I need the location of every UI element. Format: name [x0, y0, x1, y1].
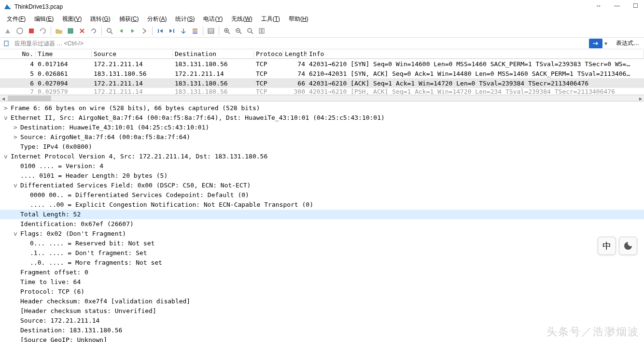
chevron-right-icon[interactable]: > [14, 132, 20, 142]
options-icon[interactable] [38, 26, 48, 36]
col-header-length[interactable]: Length [283, 50, 307, 57]
autoscroll-icon[interactable] [178, 26, 189, 36]
menu-g[interactable]: 跳转(G) [86, 14, 114, 24]
zoom-reset-icon[interactable] [245, 26, 255, 36]
zoom-out-icon[interactable] [233, 26, 244, 36]
svg-rect-15 [4, 41, 8, 46]
expression-button[interactable]: 表达式… [613, 39, 642, 47]
tree-node[interactable]: .... 0101 = Header Length: 20 bytes (5) [0, 171, 644, 181]
chevron-down-icon[interactable]: v [14, 229, 20, 239]
menu-f[interactable]: 文件(F) [3, 14, 29, 24]
col-header-source[interactable]: Source [92, 50, 173, 57]
packet-list-hscrollbar[interactable]: ◂ ▸ [0, 95, 644, 101]
chevron-down-icon[interactable]: v [4, 113, 11, 123]
svg-rect-4 [158, 29, 159, 33]
tree-node[interactable]: Header checksum: 0xe7f4 [validation disa… [0, 297, 644, 306]
tree-node[interactable]: Destination: 183.131.180.56 [0, 326, 644, 335]
chevron-down-icon[interactable]: v [4, 152, 11, 161]
col-header-no[interactable]: No. [0, 50, 36, 57]
columns-icon[interactable] [206, 26, 216, 36]
ime-toggle-button[interactable]: 中 [598, 237, 616, 255]
theme-toggle-button[interactable] [619, 237, 637, 255]
open-icon[interactable] [54, 26, 64, 36]
tree-node[interactable]: Source: 172.21.211.14 [0, 316, 644, 326]
tree-node[interactable]: Total Length: 52 [0, 210, 644, 219]
menu-t[interactable]: 工具(T) [257, 14, 284, 24]
minimize-icon[interactable]: — [612, 2, 622, 10]
svg-rect-1 [29, 28, 34, 33]
menu-e[interactable]: 编辑(E) [30, 14, 57, 24]
last-icon[interactable] [167, 26, 177, 36]
table-row[interactable]: 50.026861183.131.180.56172.21.211.14TCP7… [0, 69, 644, 78]
tree-node[interactable]: >Destination: HuaweiTe_43:10:01 (04:25:c… [0, 123, 644, 132]
bookmark-icon[interactable] [2, 39, 11, 48]
scroll-right-icon[interactable]: ▸ [637, 95, 644, 102]
zoom-in-icon[interactable] [222, 26, 232, 36]
find-icon[interactable] [104, 26, 115, 36]
maximize-icon[interactable]: ☐ [630, 2, 640, 10]
filter-dropdown-icon[interactable]: ▾ [604, 40, 611, 47]
col-header-protocol[interactable]: Protocol [254, 50, 283, 57]
tree-node[interactable]: 0000 00.. = Differentiated Services Code… [0, 190, 644, 200]
tree-label: [Header checksum status: Unverified] [20, 307, 156, 314]
display-filter-input[interactable] [13, 39, 587, 48]
svg-point-12 [248, 28, 252, 32]
menu-a[interactable]: 分析(A) [143, 14, 170, 24]
tree-label: Destination: 183.131.180.56 [20, 327, 122, 334]
reload-icon[interactable] [88, 26, 99, 36]
menu-v[interactable]: 视图(V) [58, 14, 85, 24]
tree-node[interactable]: 0... .... = Reserved bit: Not set [0, 239, 644, 248]
tree-node[interactable]: Identification: 0x67ef (26607) [0, 219, 644, 229]
apply-filter-button[interactable] [589, 39, 602, 48]
tree-node[interactable]: Time to live: 64 [0, 277, 644, 287]
resize-columns-icon[interactable] [256, 26, 267, 36]
prev-icon[interactable] [116, 26, 126, 36]
col-header-time[interactable]: Time [36, 50, 92, 57]
resize-icon[interactable]: ↔ [594, 2, 603, 10]
tree-node[interactable]: vInternet Protocol Version 4, Src: 172.2… [0, 152, 644, 161]
col-header-info[interactable]: Info [307, 50, 644, 57]
table-row[interactable]: 70.029579172.21.211.14183.131.180.56TCP3… [0, 88, 644, 95]
tree-node[interactable]: vDifferentiated Services Field: 0x00 (DS… [0, 181, 644, 190]
save-icon[interactable] [65, 26, 76, 36]
tree-node[interactable]: Type: IPv4 (0x0800) [0, 142, 644, 152]
tree-node[interactable]: vFlags: 0x02 (Don't Fragment) [0, 229, 644, 239]
table-row[interactable]: 40.017164172.21.211.14183.131.180.56TCP7… [0, 59, 644, 69]
tree-node[interactable]: .1.. .... = Don't fragment: Set [0, 248, 644, 258]
next-icon[interactable] [127, 26, 138, 36]
tree-node[interactable]: [Source GeoIP: Unknown] [0, 335, 644, 342]
tree-label: Source: AirgoNet_8a:7f:64 (00:0a:f5:8a:7… [20, 133, 190, 141]
shark-icon[interactable] [3, 26, 14, 36]
tree-node[interactable]: 0100 .... = Version: 4 [0, 161, 644, 171]
menu-c[interactable]: 捕获(C) [115, 14, 143, 24]
tree-node[interactable]: vEthernet II, Src: AirgoNet_8a:7f:64 (00… [0, 113, 644, 123]
tree-node[interactable]: Protocol: TCP (6) [0, 287, 644, 297]
scroll-left-icon[interactable]: ◂ [0, 95, 7, 102]
menu-s[interactable]: 统计(S) [171, 14, 198, 24]
tree-node[interactable]: ..0. .... = More fragments: Not set [0, 258, 644, 268]
stop-capture-icon[interactable] [14, 26, 25, 36]
packet-details: >Frame 6: 66 bytes on wire (528 bits), 6… [0, 101, 644, 342]
chevron-down-icon[interactable]: v [14, 181, 20, 190]
chevron-right-icon[interactable]: > [4, 103, 11, 113]
restart-capture-icon[interactable] [26, 26, 37, 36]
tree-node[interactable]: >Frame 6: 66 bytes on wire (528 bits), 6… [0, 103, 644, 113]
menu-h[interactable]: 帮助(H) [285, 14, 312, 24]
scroll-thumb[interactable] [8, 96, 51, 101]
tree-node[interactable]: [Header checksum status: Unverified] [0, 306, 644, 316]
tree-node[interactable]: >Source: AirgoNet_8a:7f:64 (00:0a:f5:8a:… [0, 132, 644, 142]
table-row[interactable]: 60.027094172.21.211.14183.131.180.56TCP6… [0, 78, 644, 88]
menu-y[interactable]: 电话(Y) [199, 14, 226, 24]
colorize-icon[interactable] [190, 26, 200, 36]
tree-label: Total Length: 52 [20, 211, 81, 218]
tree-label: 0... .... = Reserved bit: Not set [30, 240, 154, 247]
menu-w[interactable]: 无线(W) [227, 14, 256, 24]
tree-node[interactable]: Fragment offset: 0 [0, 268, 644, 277]
tree-node[interactable]: .... ..00 = Explicit Congestion Notifica… [0, 200, 644, 210]
chevron-right-icon[interactable]: > [14, 123, 20, 132]
col-header-destination[interactable]: Destination [173, 50, 254, 57]
first-icon[interactable] [155, 26, 166, 36]
close-icon[interactable] [77, 26, 87, 36]
jump-icon[interactable] [139, 26, 150, 36]
tree-label: Time to live: 64 [20, 278, 81, 285]
